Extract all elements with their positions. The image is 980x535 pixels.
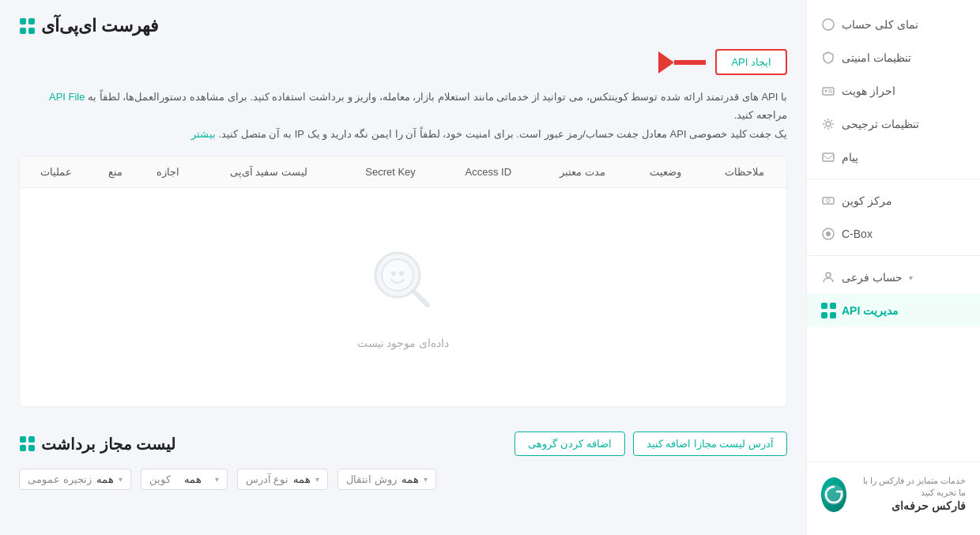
sidebar-item-label: مدیریت API	[842, 304, 899, 317]
coin-icon	[821, 194, 835, 208]
api-description: با API های قدرتمند ارائه شده توسط کوینتک…	[19, 88, 787, 143]
empty-state: داده‌ای موجود نیست	[28, 198, 778, 397]
create-api-button[interactable]: ایجاد API	[715, 49, 787, 75]
bottom-actions: آدرس لیست مجازا اضافه کنید اضافه کردن گر…	[514, 431, 787, 456]
circle-icon	[821, 17, 835, 32]
sidebar: نمای کلی حساب تنظیمات امنیتی احراز هویت …	[806, 0, 980, 535]
filter-chain[interactable]: ▾ همه زنجیره عمومی	[19, 469, 131, 490]
sidebar-item-label: پیام	[842, 151, 858, 164]
chevron-icon: ▾	[215, 475, 219, 484]
sub-account-icon	[821, 270, 835, 284]
col-ip-whitelist: لیست سفید آی‌پی	[198, 156, 341, 188]
filter-address-type[interactable]: ▾ همه نوع آدرس	[237, 469, 329, 490]
cbox-icon	[821, 227, 835, 241]
svg-rect-7	[823, 198, 834, 204]
bottom-section: آدرس لیست مجازا اضافه کنید اضافه کردن گر…	[19, 431, 787, 490]
filter-coin[interactable]: ▾ همه کوین	[141, 469, 228, 490]
col-access-id: Access ID	[441, 156, 536, 188]
main-content: فهرست ای‌پی‌آی ایجاد API با API های قدرت…	[0, 0, 806, 535]
shield-icon	[821, 51, 835, 65]
sidebar-item-label: C-Box	[842, 228, 873, 240]
sidebar-item-cbox[interactable]: C-Box	[807, 217, 980, 251]
message-icon	[821, 150, 835, 164]
chevron-icon: ▾	[424, 475, 428, 484]
page-title: فهرست ای‌پی‌آی	[19, 16, 159, 36]
svg-rect-1	[823, 88, 834, 95]
sidebar-item-label: مرکز کوین	[842, 194, 892, 207]
sidebar-item-preferences[interactable]: تنظیمات ترجیحی	[807, 107, 980, 141]
sidebar-item-overview[interactable]: نمای کلی حساب	[807, 8, 980, 41]
desc-line1-end: مراجعه کنید.	[734, 109, 787, 121]
id-card-icon	[821, 84, 835, 98]
sidebar-item-label: تنظیمات امنیتی	[842, 51, 911, 64]
arrow-indicator	[658, 51, 706, 73]
sidebar-item-label: نمای کلی حساب	[842, 18, 918, 31]
svg-point-0	[823, 19, 834, 30]
btn-group-add[interactable]: اضافه کردن گروهی	[514, 431, 624, 456]
logo-sub: خدمات متمایز در فارکس را با ما تجربه کنی…	[854, 475, 966, 499]
sidebar-item-label: تنظیمات ترجیحی	[842, 118, 919, 130]
sidebar-item-identity[interactable]: احراز هویت	[807, 74, 980, 107]
empty-state-icon	[43, 245, 763, 327]
sidebar-item-api-management[interactable]: مدیریت API	[807, 294, 980, 327]
bottom-header: آدرس لیست مجازا اضافه کنید اضافه کردن گر…	[19, 431, 787, 456]
svg-point-14	[382, 259, 413, 291]
col-operations: عملیات	[20, 156, 92, 188]
svg-point-5	[826, 122, 831, 126]
filter-row: ▾ همه روش انتقال ▾ همه نوع آدرس ▾ همه کو…	[19, 469, 787, 490]
svg-point-2	[825, 90, 827, 92]
api-table: ملاحظات وضعیت مدت معتبر Access ID Secret…	[20, 156, 786, 407]
col-notes: ملاحظات	[702, 156, 786, 188]
bottom-title: لیست مجاز برداشت	[19, 435, 175, 454]
sidebar-item-coin-center[interactable]: مرکز کوین	[807, 184, 980, 217]
arrow-shaft	[674, 60, 706, 65]
sidebar-item-message[interactable]: پیام	[807, 141, 980, 174]
api-table-wrapper: ملاحظات وضعیت مدت معتبر Access ID Secret…	[19, 156, 787, 408]
chevron-down-icon: ▾	[909, 273, 913, 282]
gear-icon	[821, 117, 835, 131]
col-status: وضعیت	[629, 156, 702, 188]
arrow-head	[658, 51, 674, 73]
col-secret-key: Secret Key	[340, 156, 441, 188]
logo-text: خدمات متمایز در فارکس را با ما تجربه کنی…	[854, 475, 966, 514]
more-link[interactable]: بیشتر	[191, 128, 216, 140]
svg-point-11	[826, 273, 831, 277]
logo-icon	[821, 477, 846, 512]
desc-line2: یک جفت کلید خصوصی API معادل جفت حساب/رمز…	[216, 128, 787, 140]
sidebar-item-label: حساب فرعی	[842, 271, 903, 284]
create-api-wrapper: ایجاد API	[19, 49, 787, 75]
bottom-title-icon	[19, 436, 35, 452]
filter-transfer-method[interactable]: ▾ همه روش انتقال	[337, 469, 436, 490]
svg-point-18	[399, 271, 404, 276]
svg-rect-6	[823, 153, 834, 161]
logo-main: فارکس حرفه‌ای	[854, 499, 966, 514]
empty-state-text: داده‌ای موجود نیست	[43, 337, 763, 349]
desc-line1: با API های قدرتمند ارائه شده توسط کوینتک…	[85, 91, 787, 103]
svg-line-16	[413, 291, 428, 305]
chevron-icon: ▾	[315, 475, 319, 484]
sidebar-item-security[interactable]: تنظیمات امنیتی	[807, 41, 980, 74]
logo-area: خدمات متمایز در فارکس را با ما تجربه کنی…	[807, 462, 980, 527]
page-header: فهرست ای‌پی‌آی	[19, 16, 787, 36]
api-icon	[821, 303, 835, 318]
api-grid-icon	[19, 18, 35, 34]
svg-point-10	[826, 232, 831, 236]
col-validity: مدت معتبر	[536, 156, 630, 188]
col-deny: منع	[92, 156, 138, 188]
btn-add-address[interactable]: آدرس لیست مجازا اضافه کنید	[633, 431, 787, 456]
svg-point-17	[391, 271, 396, 276]
chevron-icon: ▾	[119, 475, 122, 484]
svg-point-8	[827, 199, 830, 202]
sidebar-item-label: احراز هویت	[842, 85, 895, 97]
sidebar-item-sub-account[interactable]: ▾ حساب فرعی	[807, 261, 980, 294]
api-file-link[interactable]: API File	[49, 91, 85, 103]
col-allow: اجازه	[138, 156, 198, 188]
